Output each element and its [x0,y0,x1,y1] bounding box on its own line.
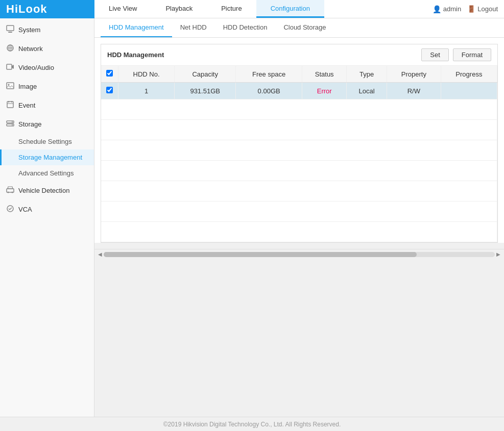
svg-point-20 [8,192,9,193]
col-header-progress: Progress [441,66,497,83]
sidebar-item-schedule-settings[interactable]: Schedule Settings [0,134,94,149]
col-header-type: Type [347,66,387,83]
scroll-right-arrow[interactable]: ▶ [495,251,502,258]
cell-progress [441,83,497,99]
sidebar-item-vehicle-label: Vehicle Detection [18,187,69,194]
copyright: ©2019 Hikvision Digital Technology Co., … [163,421,341,428]
sidebar-item-event-label: Event [18,102,35,109]
scroll-left-arrow[interactable]: ◀ [97,251,104,258]
nav-picture[interactable]: Picture [207,0,256,18]
tab-hdd-management[interactable]: HDD Management [101,18,172,37]
logout-label: Logout [477,5,498,13]
header: HiLook Live View Playback Picture Config… [0,0,504,18]
cell-capacity: 931.51GB [175,83,236,99]
sidebar-item-system-label: System [18,26,40,34]
panel-title: HDD Management [107,51,164,59]
row-checkbox[interactable] [106,87,113,93]
network-icon [6,44,14,54]
sidebar-item-vca[interactable]: VCA [0,200,94,219]
empty-row [101,222,497,242]
tab-cloud-storage[interactable]: Cloud Storage [275,18,334,37]
sidebar-group: System Network Video/Audio Image [0,18,94,221]
svg-rect-1 [8,32,12,33]
sidebar-item-vehicle-detection[interactable]: Vehicle Detection [0,181,94,200]
sidebar-item-video-audio[interactable]: Video/Audio [0,58,94,77]
vca-icon [6,205,14,214]
col-header-checkbox [101,66,118,83]
cell-status: Error [302,83,347,99]
nav-live-view[interactable]: Live View [94,0,151,18]
user-info: 👤 admin [433,5,461,13]
sidebar-item-storage-label: Storage [18,120,42,128]
empty-row [101,120,497,140]
storage-icon [6,119,14,129]
sidebar-item-event[interactable]: Event [0,96,94,115]
sidebar-item-image-label: Image [18,83,37,90]
panel-header: HDD Management Set Format [101,44,497,66]
logout-icon: 🚪 [467,5,475,13]
svg-point-17 [12,124,13,125]
svg-rect-0 [7,26,14,31]
col-header-free-space: Free space [236,66,302,83]
header-right: 👤 admin 🚪 Logout [426,5,504,13]
sidebar-item-vca-label: VCA [18,206,32,213]
col-header-property: Property [387,66,441,83]
empty-row [101,161,497,181]
username: admin [443,5,461,13]
schedule-settings-label: Schedule Settings [18,138,72,145]
status-error-text: Error [317,87,332,95]
nav-playback[interactable]: Playback [151,0,207,18]
sidebar-item-image[interactable]: Image [0,77,94,96]
content-inner: HDD Management Net HDD HDD Detection Clo… [94,18,504,243]
logo-area: HiLook [0,0,94,18]
sidebar-item-storage-management[interactable]: Storage Management [0,149,94,165]
nav-configuration[interactable]: Configuration [256,0,324,18]
empty-row [101,201,497,222]
hdd-table: HDD No. Capacity Free space Status Type … [101,66,497,242]
video-icon [6,63,14,72]
svg-rect-10 [7,102,13,108]
set-button[interactable]: Set [421,48,449,61]
empty-row [101,99,497,120]
empty-row [101,181,497,201]
tab-net-hdd[interactable]: Net HDD [172,18,215,37]
svg-point-21 [12,192,13,193]
cell-hdd-no: 1 [118,83,175,99]
col-header-status: Status [302,66,347,83]
format-button[interactable]: Format [453,48,491,61]
main-content: HDD Management Net HDD HDD Detection Clo… [94,18,504,417]
logo: HiLook [6,3,47,16]
empty-row [101,140,497,161]
vehicle-icon [6,186,14,195]
sidebar-item-video-label: Video/Audio [18,64,54,71]
svg-point-9 [8,84,10,86]
col-header-hdd-no: HDD No. [118,66,175,83]
table-header-row: HDD No. Capacity Free space Status Type … [101,66,497,83]
storage-management-label: Storage Management [18,154,82,161]
scrollbar-area: ◀ ▶ [94,249,504,259]
footer: ©2019 Hikvision Digital Technology Co., … [0,417,504,431]
advanced-settings-label: Advanced Settings [18,169,74,177]
sidebar: System Network Video/Audio Image [0,18,94,417]
sidebar-item-advanced-settings[interactable]: Advanced Settings [0,165,94,181]
tab-hdd-detection[interactable]: HDD Detection [215,18,276,37]
row-checkbox-cell [101,83,118,99]
sidebar-item-network[interactable]: Network [0,39,94,58]
svg-rect-6 [7,64,12,69]
scrollbar-track[interactable] [104,252,495,257]
panel-buttons: Set Format [421,48,491,61]
layout: System Network Video/Audio Image [0,18,504,417]
select-all-checkbox[interactable] [106,70,113,77]
sidebar-item-system[interactable]: System [0,20,94,39]
sidebar-item-network-label: Network [18,45,43,53]
image-icon [6,82,14,91]
cell-property: R/W [387,83,441,99]
sidebar-item-storage[interactable]: Storage [0,115,94,134]
user-icon: 👤 [433,5,441,13]
logout-button[interactable]: 🚪 Logout [467,5,498,13]
svg-point-16 [12,121,13,122]
cell-type: Local [347,83,387,99]
nav-items: Live View Playback Picture Configuration [94,0,426,18]
svg-rect-8 [7,83,14,89]
cell-free-space: 0.00GB [236,83,302,99]
